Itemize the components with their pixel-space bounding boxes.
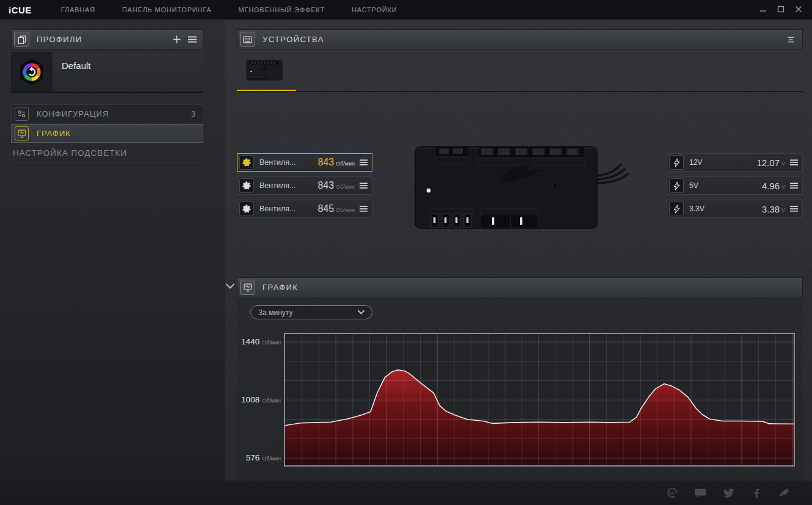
profile-item-default[interactable]: Default bbox=[11, 52, 203, 93]
graph-icon bbox=[15, 126, 29, 140]
sensor-menu-icon[interactable] bbox=[790, 159, 798, 165]
chevron-down-icon bbox=[358, 310, 364, 314]
sensor-label: Вентиля... bbox=[259, 181, 315, 190]
voltage-icon bbox=[669, 155, 684, 170]
profile-avatar bbox=[11, 52, 53, 92]
device-image bbox=[413, 137, 645, 239]
menu-item-home[interactable]: ГЛАВНАЯ bbox=[61, 6, 95, 13]
device-thumbnail bbox=[245, 57, 285, 84]
time-range-select[interactable]: За минуту bbox=[250, 305, 372, 319]
sensor-menu-icon[interactable] bbox=[790, 183, 798, 189]
menu-item-instant-lighting[interactable]: МГНОВЕННЫЙ ЭФФЕКТ bbox=[238, 6, 325, 13]
fan-sensor-row[interactable]: Вентиля... 843 Об/мин bbox=[237, 176, 372, 195]
fan-sensor-row[interactable]: Вентиля... 845 Об/мин bbox=[237, 200, 372, 218]
main-menu: ГЛАВНАЯ ПАНЕЛЬ МОНИТОРИНГА МГНОВЕННЫЙ ЭФ… bbox=[61, 6, 397, 13]
sensor-label: Вентиля... bbox=[259, 158, 315, 167]
sidebar-item-lighting-setup[interactable]: НАСТРОЙКА ПОДСВЕТКИ bbox=[11, 144, 203, 162]
voltage-icon bbox=[669, 202, 684, 216]
menu-item-dashboard[interactable]: ПАНЕЛЬ МОНИТОРИНГА bbox=[122, 6, 212, 13]
main-content: УСТРОЙСТВА bbox=[225, 20, 812, 481]
app-logo: iCUE bbox=[9, 5, 32, 15]
fan-icon bbox=[239, 155, 254, 170]
support-24-icon[interactable]: 24 bbox=[665, 487, 679, 498]
tick-value: 1008 bbox=[241, 395, 259, 404]
profile-name: Default bbox=[62, 60, 91, 92]
graph-panel-header: ГРАФИК bbox=[237, 277, 803, 297]
graph-monitor-icon bbox=[240, 280, 255, 295]
config-icon bbox=[15, 107, 29, 121]
close-icon[interactable] bbox=[795, 5, 802, 14]
sidebar-item-label: НАСТРОЙКА ПОДСВЕТКИ bbox=[13, 148, 127, 158]
y-axis-tick: 576 Об/мин bbox=[233, 453, 281, 462]
sidebar-item-configuration[interactable]: КОНФИГУРАЦИЯ 3 bbox=[11, 104, 203, 123]
fan-icon bbox=[239, 202, 254, 216]
tick-unit: Об/мин bbox=[262, 398, 281, 404]
sensor-unit: Об/мин bbox=[336, 184, 355, 190]
add-profile-icon[interactable] bbox=[173, 35, 181, 43]
device-tab-commander[interactable] bbox=[238, 53, 292, 87]
facebook-icon[interactable] bbox=[750, 487, 763, 498]
sensor-value: 4.96 bbox=[762, 181, 780, 191]
chat-icon[interactable] bbox=[694, 487, 707, 498]
sensor-menu-icon[interactable] bbox=[790, 206, 798, 212]
configuration-count-badge: 3 bbox=[191, 110, 195, 118]
voltage-icon bbox=[669, 178, 684, 193]
sensor-unit: Об/мин bbox=[336, 161, 355, 167]
profiles-title: ПРОФИЛИ bbox=[37, 35, 82, 44]
icue-profile-logo bbox=[16, 57, 47, 87]
window-controls bbox=[759, 0, 802, 20]
fan-speed-chart[interactable] bbox=[284, 333, 795, 467]
corsair-icon[interactable] bbox=[778, 487, 791, 498]
twitter-icon[interactable] bbox=[722, 487, 735, 498]
sidebar: ПРОФИЛИ bbox=[0, 20, 225, 481]
tick-unit: Об/мин bbox=[262, 340, 281, 346]
footer-bar: 24 bbox=[0, 481, 812, 505]
sensor-menu-icon[interactable] bbox=[360, 183, 368, 189]
profiles-icon bbox=[14, 32, 29, 47]
tabstrip-divider bbox=[237, 91, 803, 92]
minimize-icon[interactable] bbox=[759, 5, 767, 14]
sensor-value: 843 bbox=[317, 157, 334, 168]
voltage-sensor-row[interactable]: 3.3V 3.38 V bbox=[667, 200, 803, 218]
icue-window: iCUE ГЛАВНАЯ ПАНЕЛЬ МОНИТОРИНГА МГНОВЕНН… bbox=[0, 0, 812, 505]
tick-value: 1440 bbox=[241, 337, 259, 346]
sensor-unit: V bbox=[781, 207, 785, 213]
sensor-unit: V bbox=[781, 161, 785, 167]
profiles-menu-icon[interactable] bbox=[188, 36, 197, 43]
y-axis-tick: 1440 Об/мин bbox=[233, 337, 281, 346]
sidebar-item-label: КОНФИГУРАЦИЯ bbox=[37, 109, 109, 118]
sensor-unit: Об/мин bbox=[336, 207, 355, 213]
tick-unit: Об/мин bbox=[262, 456, 281, 462]
sidebar-item-label: ГРАФИК bbox=[37, 129, 71, 138]
sensor-value: 12.07 bbox=[756, 158, 780, 168]
voltage-sensor-row[interactable]: 5V 4.96 V bbox=[667, 176, 803, 195]
sensor-label: 12V bbox=[689, 158, 754, 167]
voltage-sensor-row[interactable]: 12V 12.07 V bbox=[667, 153, 803, 172]
collapse-chevron-icon[interactable] bbox=[226, 280, 236, 289]
y-axis-tick: 1008 Об/мин bbox=[233, 395, 281, 404]
svg-text:24: 24 bbox=[669, 490, 675, 496]
devices-panel-header: УСТРОЙСТВА bbox=[237, 29, 803, 49]
maximize-icon[interactable] bbox=[777, 5, 785, 14]
devices-title: УСТРОЙСТВА bbox=[263, 35, 324, 44]
device-tabstrip bbox=[237, 52, 803, 92]
sensor-value: 845 bbox=[317, 203, 334, 214]
menu-item-settings[interactable]: НАСТРОЙКИ bbox=[352, 6, 397, 13]
sensor-label: 3.3V bbox=[689, 205, 759, 213]
devices-icon bbox=[240, 32, 255, 47]
titlebar: iCUE ГЛАВНАЯ ПАНЕЛЬ МОНИТОРИНГА МГНОВЕНН… bbox=[0, 0, 812, 20]
sensor-label: Вентиля... bbox=[259, 205, 315, 213]
sensor-value: 843 bbox=[317, 180, 334, 191]
sensor-menu-icon[interactable] bbox=[360, 206, 368, 212]
sensor-menu-icon[interactable] bbox=[360, 159, 368, 165]
profiles-panel-header: ПРОФИЛИ bbox=[11, 29, 203, 49]
tick-value: 576 bbox=[246, 453, 260, 462]
sidebar-item-graph[interactable]: ГРАФИК bbox=[11, 124, 203, 143]
sensor-unit: V bbox=[781, 184, 785, 190]
graph-title: ГРАФИК bbox=[263, 283, 298, 292]
fan-sensor-row[interactable]: Вентиля... 843 Об/мин bbox=[237, 153, 372, 172]
devices-menu-icon[interactable] bbox=[787, 37, 795, 43]
sensor-value: 3.38 bbox=[762, 204, 780, 214]
time-range-value: За минуту bbox=[258, 308, 358, 317]
sensor-label: 5V bbox=[689, 181, 759, 190]
